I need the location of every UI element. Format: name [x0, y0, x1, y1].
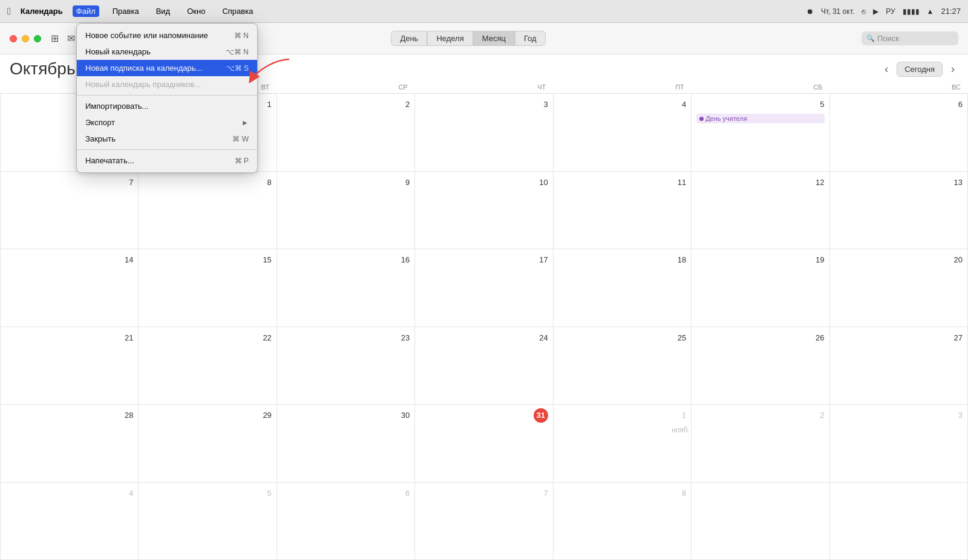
- day-header-wed: Ср: [276, 81, 415, 93]
- menu-window[interactable]: Окно: [183, 5, 209, 17]
- table-row[interactable]: 7: [415, 483, 553, 561]
- menu-item-new-event[interactable]: Новое событие или напоминание ⌘ N: [77, 27, 257, 44]
- menu-item-new-calendar[interactable]: Новый календарь ⌥⌘ N: [77, 44, 257, 60]
- table-row[interactable]: 22: [139, 327, 276, 405]
- menu-help[interactable]: Справка: [218, 5, 257, 17]
- table-row[interactable]: 26: [692, 327, 829, 405]
- view-switcher: День Неделя Месяц Год: [391, 31, 545, 46]
- airplay-icon: ⎋: [862, 7, 866, 16]
- table-row[interactable]: 24: [415, 327, 553, 405]
- table-row[interactable]: 21: [1, 327, 139, 405]
- table-row[interactable]: 3: [415, 94, 553, 172]
- menu-view[interactable]: Вид: [152, 5, 174, 17]
- table-row[interactable]: 4: [1, 483, 139, 561]
- table-row[interactable]: 2: [277, 94, 415, 172]
- table-row[interactable]: 23: [277, 327, 415, 405]
- table-row[interactable]: 31: [415, 405, 553, 483]
- day-header-thu: Чт: [415, 81, 554, 93]
- view-month-button[interactable]: Месяц: [473, 31, 515, 46]
- table-row[interactable]: 9: [277, 172, 415, 250]
- menu-item-import[interactable]: Импортировать...: [77, 98, 257, 114]
- table-row[interactable]: 16: [277, 249, 415, 327]
- menu-item-export[interactable]: Экспорт ►: [77, 114, 257, 131]
- menu-item-holiday-calendar[interactable]: Новый календарь праздников...: [77, 76, 257, 93]
- table-row[interactable]: 11: [554, 172, 692, 250]
- wifi-icon: ▲: [927, 7, 934, 16]
- table-row[interactable]: 1 нояб.: [554, 405, 692, 483]
- table-row[interactable]: 28: [1, 405, 139, 483]
- today-button[interactable]: Сегодня: [897, 62, 943, 77]
- record-icon: ⏺: [806, 7, 814, 16]
- table-row[interactable]: 17: [415, 249, 553, 327]
- lang-indicator: РУ: [886, 7, 895, 16]
- table-row[interactable]: 5 День учителя: [692, 94, 829, 172]
- table-row[interactable]: 10: [415, 172, 553, 250]
- prev-month-button[interactable]: ‹: [881, 62, 892, 77]
- file-menu-dropdown: Новое событие или напоминание ⌘ N Новый …: [76, 23, 258, 173]
- search-placeholder: Поиск: [877, 34, 899, 43]
- day-header-sun: Вс: [829, 81, 968, 93]
- app-name: Календарь: [21, 7, 63, 16]
- table-row[interactable]: 12: [692, 172, 829, 250]
- table-row[interactable]: 7: [1, 172, 139, 250]
- table-row[interactable]: 6: [277, 483, 415, 561]
- table-row[interactable]: 29: [139, 405, 276, 483]
- menu-edit[interactable]: Правка: [109, 5, 143, 17]
- apple-logo-icon[interactable]: : [7, 6, 11, 17]
- search-icon: 🔍: [866, 34, 875, 42]
- table-row[interactable]: 8: [554, 483, 692, 561]
- table-row[interactable]: 15: [139, 249, 276, 327]
- table-row[interactable]: [692, 483, 829, 561]
- view-week-button[interactable]: Неделя: [427, 31, 473, 46]
- table-row[interactable]: 27: [830, 327, 968, 405]
- menu-separator-2: [77, 149, 257, 150]
- table-row[interactable]: 2: [692, 405, 829, 483]
- submenu-arrow-icon: ►: [241, 119, 249, 127]
- close-button[interactable]: [10, 35, 17, 42]
- toolbar-icons: ⊞ ✉: [51, 33, 75, 44]
- event-item[interactable]: День учителя: [696, 114, 824, 123]
- maximize-button[interactable]: [34, 35, 41, 42]
- toolbar-right: 🔍 Поиск: [862, 31, 958, 45]
- table-row[interactable]: 6: [830, 94, 968, 172]
- view-year-button[interactable]: Год: [515, 31, 546, 46]
- menubar-right: ⏺ Чт, 31 окт. ⎋ ▶ РУ ▮▮▮▮ ▲ 21:27: [806, 7, 961, 16]
- table-row[interactable]: 30: [277, 405, 415, 483]
- table-row[interactable]: 8: [139, 172, 276, 250]
- menu-file[interactable]: Файл: [73, 5, 99, 17]
- toolbar-left: ⊞ ✉: [10, 33, 75, 44]
- table-row[interactable]: 14: [1, 249, 139, 327]
- add-event-icon[interactable]: ✉: [67, 33, 75, 44]
- table-row[interactable]: 13: [830, 172, 968, 250]
- play-icon: ▶: [873, 7, 878, 16]
- search-box[interactable]: 🔍 Поиск: [862, 31, 958, 45]
- table-row[interactable]: 20: [830, 249, 968, 327]
- day-header-fri: Пт: [553, 81, 692, 93]
- menubar-left:  Календарь Файл Правка Вид Окно Справка: [7, 5, 806, 17]
- view-day-button[interactable]: День: [391, 31, 427, 46]
- table-row[interactable]: 25: [554, 327, 692, 405]
- menu-item-new-subscription[interactable]: Новая подписка на календарь... ⌥⌘ S: [77, 60, 257, 76]
- menu-separator-1: [77, 95, 257, 96]
- menubar:  Календарь Файл Правка Вид Окно Справка…: [0, 0, 968, 23]
- menu-item-close[interactable]: Закрыть ⌘ W: [77, 131, 257, 147]
- menu-item-print[interactable]: Напечатать... ⌘ P: [77, 152, 257, 169]
- day-header-sat: Сб: [692, 81, 830, 93]
- table-row[interactable]: 19: [692, 249, 829, 327]
- table-row[interactable]: 5: [139, 483, 276, 561]
- next-month-button[interactable]: ›: [947, 62, 958, 77]
- clock: 21:27: [941, 7, 961, 16]
- table-row[interactable]: [830, 483, 968, 561]
- event-dot-icon: [699, 117, 704, 121]
- minimize-button[interactable]: [22, 35, 29, 42]
- sidebar-toggle-icon[interactable]: ⊞: [51, 33, 59, 44]
- battery-icon: ▮▮▮▮: [903, 7, 920, 16]
- table-row[interactable]: 18: [554, 249, 692, 327]
- table-row[interactable]: 3: [830, 405, 968, 483]
- table-row[interactable]: 4: [554, 94, 692, 172]
- nav-controls: ‹ Сегодня ›: [881, 62, 958, 77]
- menu-date: Чт, 31 окт.: [821, 7, 854, 16]
